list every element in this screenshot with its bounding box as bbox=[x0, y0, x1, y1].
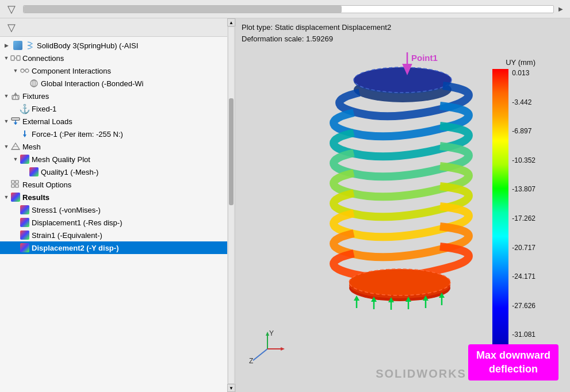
results-label: Results bbox=[22, 193, 49, 202]
legend-gradient-bar bbox=[492, 69, 508, 368]
svg-line-12 bbox=[17, 95, 18, 99]
svg-rect-22 bbox=[16, 185, 18, 187]
tree-item-fixed-1[interactable]: ⚓ Fixed-1 bbox=[0, 102, 227, 115]
svg-text:Y: Y bbox=[269, 329, 274, 337]
filter-icon-2[interactable]: ▽ bbox=[5, 21, 18, 34]
spring-icon bbox=[25, 40, 35, 51]
tree-item-solid-body[interactable]: SolidBody 3(SpringHub) (-AISI bbox=[0, 39, 227, 52]
watermark: SOLIDWORKS bbox=[376, 367, 466, 381]
comp-interactions-label: Component Interactions bbox=[32, 67, 111, 75]
svg-rect-13 bbox=[12, 118, 20, 120]
viewport-info: Plot type: Static displacement Displacem… bbox=[236, 18, 570, 47]
displacement1-icon bbox=[20, 217, 30, 228]
tree-item-displacement2[interactable]: Displacement2 (-Y disp-) bbox=[0, 241, 227, 254]
legend-val-4: -13.807 bbox=[512, 185, 535, 193]
plot-type-text: Plot type: Static displacement Displacem… bbox=[242, 22, 564, 33]
svg-line-10 bbox=[13, 95, 14, 99]
max-annotation-line2: deflection bbox=[476, 363, 550, 376]
tree-area[interactable]: SolidBody 3(SpringHub) (-AISI Connection… bbox=[0, 37, 235, 392]
solid-body-label: SolidBody 3(SpringHub) (-AISI bbox=[37, 41, 138, 50]
legend-val-0: 0.013 bbox=[512, 69, 535, 77]
strain-icon bbox=[20, 230, 30, 240]
expand-results[interactable] bbox=[2, 193, 10, 201]
tree-item-quality1[interactable]: Quality1 (-Mesh-) bbox=[0, 166, 227, 178]
tree-scrollbar[interactable]: ▲ ▼ bbox=[227, 18, 235, 392]
filter-icon[interactable]: ▽ bbox=[5, 2, 18, 16]
expand-comp-interact[interactable] bbox=[12, 67, 20, 75]
force-label: Force-1 (:Per item: -255 N:) bbox=[32, 130, 123, 139]
fixed-icon: ⚓ bbox=[20, 103, 30, 114]
legend-title: UY (mm) bbox=[506, 58, 535, 67]
legend-labels: 0.013 -3.442 -6.897 -10.352 -13.807 -17.… bbox=[512, 69, 535, 368]
tree-item-results[interactable]: Results bbox=[0, 191, 227, 203]
connections-icon bbox=[10, 53, 21, 63]
scroll-down-btn[interactable]: ▼ bbox=[227, 384, 235, 392]
tree-item-ext-loads[interactable]: External Loads bbox=[0, 115, 227, 128]
tree-item-mesh-quality-plot[interactable]: Mesh Quality Plot bbox=[0, 153, 227, 166]
expand-mesh-quality[interactable] bbox=[12, 155, 20, 163]
tree-item-global-interaction[interactable]: Global Interaction (-Bonded-Wi bbox=[0, 77, 227, 90]
result-options-label: Result Options bbox=[22, 180, 71, 189]
max-deflection-annotation: Max downward deflection bbox=[468, 344, 558, 381]
svg-rect-19 bbox=[12, 180, 14, 183]
global-interaction-label: Global Interaction (-Bonded-Wi bbox=[41, 79, 143, 88]
tree-item-result-options[interactable]: Result Options bbox=[0, 178, 227, 191]
svg-rect-21 bbox=[16, 180, 18, 183]
legend-val-1: -3.442 bbox=[512, 98, 535, 106]
fixtures-label: Fixtures bbox=[22, 92, 49, 101]
legend-val-6: -20.717 bbox=[512, 244, 535, 252]
right-panel: Plot type: Static displacement Displacem… bbox=[236, 18, 570, 392]
tree-item-strain1[interactable]: Strain1 (-Equivalent-) bbox=[0, 229, 227, 241]
displacement2-icon bbox=[20, 243, 30, 253]
main-area: ▽ SolidBody 3(SpringHub) (-AISI bbox=[0, 18, 570, 392]
legend-val-9: -31.081 bbox=[512, 330, 535, 339]
toolbar: ▽ ▶ bbox=[0, 0, 570, 18]
expand-solid-body[interactable] bbox=[2, 41, 10, 49]
tree-item-force-1[interactable]: Force-1 (:Per item: -255 N:) bbox=[0, 128, 227, 140]
scrollbar-thumb bbox=[24, 6, 342, 13]
displacement2-label: Displacement2 (-Y disp-) bbox=[32, 244, 118, 252]
legend-val-8: -27.626 bbox=[512, 302, 535, 310]
tree-item-comp-interactions[interactable]: Component Interactions bbox=[0, 64, 227, 77]
mesh-icon bbox=[10, 141, 21, 152]
legend-val-5: -17.262 bbox=[512, 214, 535, 222]
quality1-icon bbox=[29, 167, 39, 177]
legend-val-3: -10.352 bbox=[512, 156, 535, 164]
svg-point-3 bbox=[21, 69, 24, 72]
tree-item-connections[interactable]: Connections bbox=[0, 52, 227, 64]
global-interact-icon bbox=[29, 78, 39, 89]
toolbar-scroll-right[interactable]: ▶ bbox=[556, 5, 565, 14]
viewport-canvas: Point1 UY (mm) 0.013 -3.442 -6.897 -10.3… bbox=[236, 47, 570, 392]
connections-label: Connections bbox=[22, 54, 64, 63]
ext-loads-icon bbox=[10, 116, 21, 126]
svg-point-4 bbox=[25, 69, 29, 72]
stress1-label: Stress1 (-vonMises-) bbox=[32, 206, 101, 214]
displacement1-label: Displacement1 (-Res disp-) bbox=[32, 218, 123, 227]
expand-mesh[interactable] bbox=[2, 143, 10, 151]
mesh-quality-label: Mesh Quality Plot bbox=[32, 155, 90, 164]
filter-symbol: ▽ bbox=[7, 3, 16, 16]
expand-fixtures[interactable] bbox=[2, 92, 10, 100]
fixed-label: Fixed-1 bbox=[32, 105, 56, 113]
expand-ext-loads[interactable] bbox=[2, 117, 10, 125]
tree-item-stress1[interactable]: Stress1 (-vonMises-) bbox=[0, 203, 227, 216]
scroll-track[interactable] bbox=[228, 26, 235, 384]
expand-connections[interactable] bbox=[2, 54, 10, 62]
quality1-label: Quality1 (-Mesh-) bbox=[41, 168, 98, 176]
mesh-quality-icon bbox=[20, 154, 30, 164]
tree-item-fixtures[interactable]: Fixtures bbox=[0, 90, 227, 102]
svg-line-40 bbox=[253, 349, 267, 360]
stress-icon bbox=[20, 205, 30, 215]
scroll-up-btn[interactable]: ▲ bbox=[227, 18, 235, 26]
tree-item-displacement1[interactable]: Displacement1 (-Res disp-) bbox=[0, 216, 227, 229]
solid-body-icon bbox=[13, 40, 23, 51]
ext-loads-label: External Loads bbox=[22, 117, 72, 126]
strain1-label: Strain1 (-Equivalent-) bbox=[32, 231, 102, 240]
legend-bar-container: 0.013 -3.442 -6.897 -10.352 -13.807 -17.… bbox=[492, 69, 535, 368]
svg-text:Z: Z bbox=[249, 357, 253, 365]
tree-item-mesh[interactable]: Mesh bbox=[0, 140, 227, 153]
mesh-label: Mesh bbox=[22, 143, 41, 151]
color-legend: UY (mm) 0.013 -3.442 -6.897 -10.352 -13.… bbox=[492, 58, 535, 368]
toolbar-scrollbar[interactable] bbox=[23, 5, 554, 13]
svg-rect-20 bbox=[12, 185, 14, 187]
